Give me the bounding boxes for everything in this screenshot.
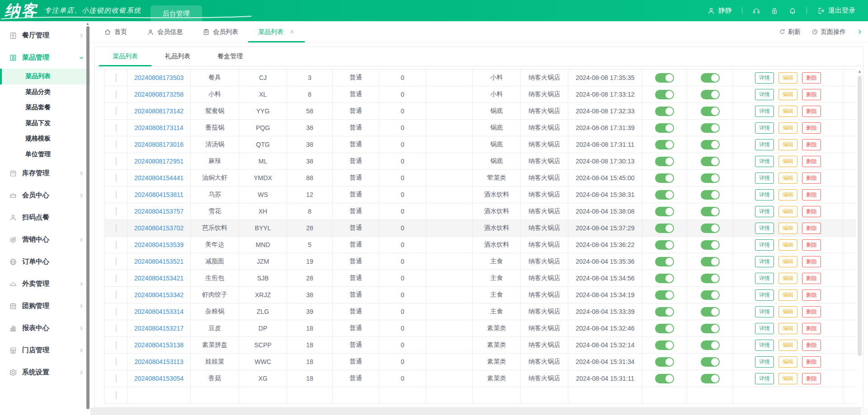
recommend-status-toggle[interactable] — [701, 257, 720, 266]
recommend-status-toggle[interactable] — [701, 240, 720, 250]
detail-button[interactable]: 详情 — [755, 206, 774, 217]
dish-code-link[interactable]: 20240804153539 — [127, 237, 191, 253]
tab-member-info[interactable]: 会员信息 — [137, 21, 193, 42]
sidebar-item-order-center[interactable]: 订单中心 — [0, 251, 90, 273]
row-checkbox[interactable] — [116, 191, 117, 199]
detail-button[interactable]: 详情 — [755, 306, 774, 317]
detail-button[interactable]: 详情 — [755, 72, 774, 84]
recommend-status-toggle[interactable] — [701, 173, 720, 183]
row-checkbox[interactable] — [116, 374, 117, 382]
row-checkbox[interactable] — [116, 224, 117, 232]
subtab-gift-list[interactable]: 礼品列表 — [151, 47, 204, 66]
sale-status-toggle[interactable] — [655, 374, 674, 383]
sidebar-item-restaurant-mgmt[interactable]: 餐厅管理 — [0, 24, 90, 47]
detail-button[interactable]: 详情 — [755, 89, 774, 100]
edit-button[interactable]: 编辑 — [778, 156, 797, 167]
logout-button[interactable]: 退出登录 — [817, 6, 855, 15]
delete-button[interactable]: 删除 — [802, 223, 821, 234]
delete-button[interactable]: 删除 — [802, 72, 821, 84]
sale-status-toggle[interactable] — [655, 307, 674, 317]
detail-button[interactable]: 详情 — [755, 239, 774, 251]
recommend-status-toggle[interactable] — [701, 324, 720, 333]
row-checkbox[interactable] — [116, 391, 117, 399]
edit-button[interactable]: 编辑 — [778, 239, 797, 251]
tab-home[interactable]: 首页 — [94, 21, 137, 42]
sidebar-item-marketing-center[interactable]: 营销中心 — [0, 228, 90, 251]
recommend-status-toggle[interactable] — [701, 107, 720, 116]
edit-button[interactable]: 编辑 — [778, 106, 797, 117]
row-checkbox[interactable] — [116, 308, 117, 316]
dish-code-link[interactable]: 20240804153314 — [127, 303, 191, 320]
edit-button[interactable]: 编辑 — [778, 289, 797, 301]
sale-status-toggle[interactable] — [655, 190, 674, 200]
delete-button[interactable]: 删除 — [802, 239, 821, 251]
recommend-status-toggle[interactable] — [701, 307, 720, 317]
dish-code-link[interactable]: 20240808173258 — [127, 86, 191, 103]
edit-button[interactable]: 编辑 — [778, 206, 797, 217]
sidebar-item-takeout-mgmt[interactable]: 外卖管理 — [0, 273, 90, 295]
sidebar-subitem-dish-list[interactable]: 菜品列表 — [0, 69, 90, 84]
delete-button[interactable]: 删除 — [802, 323, 821, 334]
dish-code-link[interactable]: 20240808173016 — [127, 136, 191, 153]
sale-status-toggle[interactable] — [655, 224, 674, 233]
dish-code-link[interactable]: 20240804153811 — [127, 187, 191, 203]
recommend-status-toggle[interactable] — [701, 224, 720, 233]
edit-button[interactable]: 编辑 — [778, 72, 797, 84]
tab-dish-list[interactable]: 菜品列表✕ — [248, 21, 305, 42]
recommend-status-toggle[interactable] — [701, 290, 720, 300]
sidebar-item-inventory-mgmt[interactable]: 库存管理 — [0, 162, 90, 184]
sale-status-toggle[interactable] — [655, 90, 674, 99]
delete-button[interactable]: 删除 — [802, 273, 821, 284]
headset-icon[interactable] — [752, 7, 760, 15]
current-user[interactable]: 静静 — [707, 6, 732, 15]
row-checkbox[interactable] — [116, 291, 117, 299]
dish-code-link[interactable]: 20240808173114 — [127, 120, 191, 136]
delete-button[interactable]: 删除 — [802, 156, 821, 167]
sidebar-item-groupbuy-mgmt[interactable]: 团购管理 — [0, 295, 90, 317]
delete-button[interactable]: 删除 — [802, 340, 821, 351]
edit-button[interactable]: 编辑 — [778, 256, 797, 267]
delete-button[interactable]: 删除 — [802, 256, 821, 267]
delete-button[interactable]: 删除 — [802, 122, 821, 134]
detail-button[interactable]: 详情 — [755, 139, 774, 150]
row-checkbox[interactable] — [116, 241, 117, 249]
row-checkbox[interactable] — [116, 140, 117, 149]
detail-button[interactable]: 详情 — [755, 340, 774, 351]
recommend-status-toggle[interactable] — [701, 123, 720, 133]
dish-code-link[interactable]: 20240804153217 — [127, 320, 191, 337]
recommend-status-toggle[interactable] — [701, 73, 720, 83]
row-checkbox[interactable] — [116, 174, 117, 182]
sale-status-toggle[interactable] — [655, 257, 674, 266]
detail-button[interactable]: 详情 — [755, 256, 774, 267]
sidebar-item-store-mgmt[interactable]: 门店管理 — [0, 339, 90, 361]
sidebar-item-report-center[interactable]: 报表中心 — [0, 317, 90, 339]
delete-button[interactable]: 删除 — [802, 206, 821, 217]
edit-button[interactable]: 编辑 — [778, 323, 797, 334]
dish-code-link[interactable]: 20240804153421 — [127, 270, 191, 287]
edit-button[interactable]: 编辑 — [778, 89, 797, 100]
edit-button[interactable]: 编辑 — [778, 223, 797, 234]
dish-code-link[interactable]: 20240804153113 — [127, 354, 191, 370]
delete-button[interactable]: 删除 — [802, 356, 821, 368]
detail-button[interactable]: 详情 — [755, 273, 774, 284]
sidebar-item-scan-order[interactable]: 扫码点餐 — [0, 206, 90, 228]
edit-button[interactable]: 编辑 — [778, 122, 797, 134]
detail-button[interactable]: 详情 — [755, 289, 774, 301]
row-checkbox[interactable] — [116, 107, 117, 115]
sidebar-subitem-dish-category[interactable]: 菜品分类 — [0, 84, 90, 100]
dish-code-link[interactable]: 20240808173142 — [127, 103, 191, 120]
delete-button[interactable]: 删除 — [802, 89, 821, 100]
detail-button[interactable]: 详情 — [755, 106, 774, 117]
dish-code-link[interactable]: 20240804153521 — [127, 253, 191, 270]
recommend-status-toggle[interactable] — [701, 90, 720, 99]
delete-button[interactable]: 删除 — [802, 173, 821, 184]
edit-button[interactable]: 编辑 — [778, 189, 797, 201]
bell-icon[interactable] — [788, 7, 797, 15]
recommend-status-toggle[interactable] — [701, 340, 720, 350]
refresh-button[interactable]: 刷新 — [779, 28, 801, 36]
detail-button[interactable]: 详情 — [755, 323, 774, 334]
detail-button[interactable]: 详情 — [755, 173, 774, 184]
dish-code-link[interactable]: 20240804154441 — [127, 170, 191, 187]
sidebar-scrollbar[interactable] — [86, 26, 90, 409]
sidebar-subitem-spec-template[interactable]: 规格模板 — [0, 131, 90, 147]
